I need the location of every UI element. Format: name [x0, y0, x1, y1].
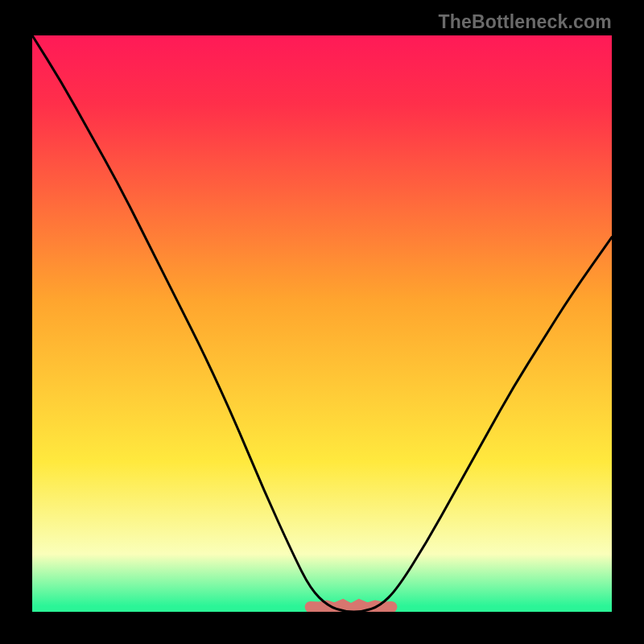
bottleneck-curve: [32, 35, 612, 612]
chart-frame: TheBottleneck.com: [0, 0, 644, 644]
curve-layer: [32, 35, 612, 612]
watermark-text: TheBottleneck.com: [438, 11, 612, 33]
plot-area: [32, 35, 612, 612]
